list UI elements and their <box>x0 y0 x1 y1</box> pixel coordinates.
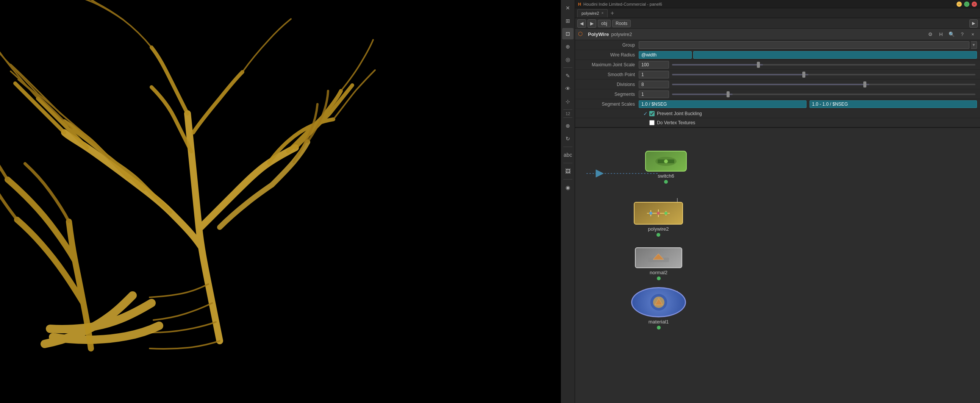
svg-point-8 <box>664 159 668 163</box>
svg-point-15 <box>665 212 668 215</box>
close-node-btn[interactable]: × <box>969 30 977 39</box>
separator3 <box>563 118 573 118</box>
transform-btn[interactable]: ⊗ <box>562 120 574 131</box>
panel-content: Group ▼ Wire Radius Maximum J <box>575 40 980 403</box>
minimize-btn[interactable]: − <box>956 2 962 7</box>
node-switch6[interactable]: switch6 <box>645 151 687 184</box>
path-obj[interactable]: obj <box>598 20 611 27</box>
pen-btn[interactable]: ✎ <box>562 70 574 81</box>
divisions-control <box>639 81 977 88</box>
main-panel: H Houdini Indie Limited-Commercial - pan… <box>575 0 980 403</box>
close-btn[interactable]: ✕ <box>562 2 574 14</box>
separator4 <box>563 147 573 147</box>
smooth-point-input[interactable] <box>639 71 669 78</box>
layer-number: 12 <box>566 112 570 116</box>
app-logo: H <box>578 2 581 6</box>
title-bar: H Houdini Indie Limited-Commercial - pan… <box>575 0 980 8</box>
max-joint-scale-label: Maximum Joint Scale <box>578 62 639 67</box>
svg-marker-17 <box>653 254 664 260</box>
prevent-joint-buckling-checkmark: ✓ <box>643 111 648 117</box>
prevent-joint-buckling-checkbox[interactable] <box>649 111 655 116</box>
node-normal2[interactable]: normal2 <box>635 247 682 280</box>
segments-control <box>639 91 977 98</box>
group-dropdown-arrow[interactable]: ▼ <box>971 41 977 49</box>
separator5 <box>563 163 573 163</box>
wire-radius-control <box>639 51 977 59</box>
param-segment-scales-row: Segment Scales <box>575 99 980 109</box>
circle-btn[interactable]: ◎ <box>562 54 574 65</box>
node-type-icon: ⬡ <box>578 31 585 38</box>
group-input[interactable] <box>639 41 969 49</box>
svg-marker-5 <box>596 170 603 177</box>
param-divisions-row: Divisions <box>575 80 980 89</box>
image-btn[interactable]: 🖼 <box>562 166 574 177</box>
do-vertex-textures-checkmark: ✓ <box>643 120 648 126</box>
segments-label: Segments <box>578 92 639 97</box>
wire-radius-input[interactable] <box>639 51 692 59</box>
tab-close-icon[interactable]: × <box>601 11 603 15</box>
divisions-label: Divisions <box>578 82 639 87</box>
forward-btn[interactable]: ▶ <box>587 19 596 28</box>
tab-bar: polywire2 × + <box>575 8 980 18</box>
prevent-joint-buckling-row: ✓ Prevent Joint Buckling <box>575 109 980 118</box>
close-window-btn[interactable]: × <box>972 2 977 7</box>
maximize-btn[interactable]: □ <box>964 2 969 7</box>
vertical-toolbar: ✕ ⊞ ⊡ ⊕ ◎ ✎ 👁 ⊹ 12 ⊗ ↻ abc 🖼 ◉ <box>561 0 575 403</box>
nav-path: obj Roots <box>598 20 631 27</box>
path-roots[interactable]: Roots <box>612 20 631 27</box>
max-joint-scale-input[interactable] <box>639 61 669 68</box>
node-instance-name: polywire2 <box>611 32 632 37</box>
back-btn[interactable]: ◀ <box>578 19 586 28</box>
wire-radius-label: Wire Radius <box>578 52 639 57</box>
param-max-joint-scale-row: Maximum Joint Scale <box>575 60 980 70</box>
divisions-input[interactable] <box>639 81 669 88</box>
node-material1[interactable]: material1 <box>631 287 686 330</box>
add-btn[interactable]: ⊕ <box>562 41 574 52</box>
node-polywire2[interactable]: polywire2 <box>634 202 683 237</box>
do-vertex-textures-row: ✓ Do Vertex Textures <box>575 118 980 127</box>
switch6-label: switch6 <box>658 173 674 179</box>
segment-scales-input1[interactable] <box>639 100 807 108</box>
node-header: ⬡ PolyWire polywire2 ⚙ H 🔍 ? × <box>575 29 980 40</box>
param-group-row: Group ▼ <box>575 40 980 50</box>
network-section[interactable]: switch6 <box>575 128 980 403</box>
add-tab-btn[interactable]: + <box>608 10 616 17</box>
tab-label: polywire2 <box>581 11 599 16</box>
separator1 <box>563 67 573 68</box>
polywire2-label: polywire2 <box>648 226 669 232</box>
rotate-btn[interactable]: ↻ <box>562 133 574 144</box>
max-joint-scale-control <box>639 61 977 68</box>
segments-input[interactable] <box>639 91 669 98</box>
svg-point-14 <box>657 212 660 215</box>
grid-btn[interactable]: ⊞ <box>562 15 574 27</box>
segment-scales-label: Segment Scales <box>578 102 639 107</box>
node-type-title: PolyWire <box>588 32 609 37</box>
settings-btn[interactable]: ⚙ <box>926 30 935 39</box>
do-vertex-textures-checkbox[interactable] <box>649 120 655 125</box>
3d-viewport[interactable] <box>0 0 561 403</box>
separator2 <box>563 110 573 110</box>
eye-btn[interactable]: 👁 <box>562 83 574 94</box>
segment-scales-input2[interactable] <box>810 100 977 108</box>
view-btn[interactable]: ⊡ <box>562 28 574 40</box>
right-panel: ✕ ⊞ ⊡ ⊕ ◎ ✎ 👁 ⊹ 12 ⊗ ↻ abc 🖼 ◉ H Houdini… <box>561 0 980 403</box>
do-vertex-textures-label: Do Vertex Textures <box>657 120 695 125</box>
info-btn[interactable]: ? <box>958 30 966 39</box>
polywire2-status-dot <box>657 233 660 237</box>
target-btn[interactable]: ◉ <box>562 182 574 193</box>
text-btn[interactable]: abc <box>562 149 574 161</box>
param-segments-row: Segments <box>575 89 980 99</box>
app-title: Houdini Indie Limited-Commercial - panel… <box>583 2 662 6</box>
help-btn[interactable]: H <box>937 30 945 39</box>
params-section: Group ▼ Wire Radius Maximum J <box>575 40 980 128</box>
param-smooth-point-row: Smooth Point <box>575 70 980 80</box>
param-wire-radius-row: Wire Radius <box>575 50 980 60</box>
select-btn[interactable]: ⊹ <box>562 96 574 107</box>
tab-polywire2[interactable]: polywire2 × <box>578 9 608 18</box>
search-btn[interactable]: 🔍 <box>947 30 956 39</box>
normal2-status-dot <box>657 277 661 280</box>
prevent-joint-buckling-label: Prevent Joint Buckling <box>657 111 702 116</box>
nav-right-btn[interactable]: ▶ <box>969 19 978 28</box>
material1-status-dot <box>657 326 661 330</box>
separator6 <box>563 179 573 180</box>
